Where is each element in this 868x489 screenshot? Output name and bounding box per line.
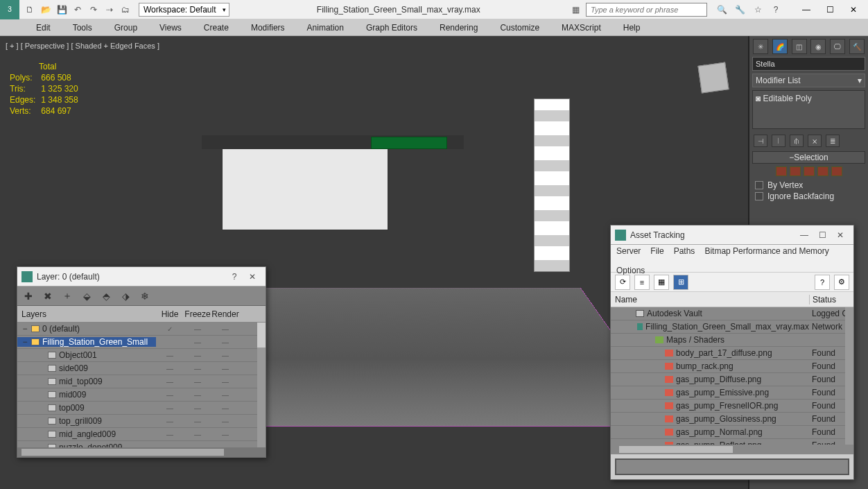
layer-close-button[interactable]: ✕	[243, 269, 261, 284]
asset-row[interactable]: gas_pump_Normal.pngFound	[611, 426, 853, 439]
configure-icon[interactable]: ≣	[826, 135, 840, 147]
redo-icon[interactable]: ↷	[86, 2, 101, 17]
refresh-icon[interactable]: ⟳	[615, 275, 630, 290]
layer-row[interactable]: −0 (default)✓——	[17, 323, 266, 336]
create-tab-icon[interactable]: ✳	[753, 39, 768, 54]
select-highlight-icon[interactable]: ⬙	[80, 289, 94, 303]
layer-dialog-titlebar[interactable]: Layer: 0 (default) ? ✕	[17, 267, 266, 286]
col-status[interactable]: Status	[809, 295, 853, 304]
remove-mod-icon[interactable]: ⨯	[808, 135, 822, 147]
layer-row[interactable]: mid_angled009———	[17, 428, 266, 441]
thumb-view-icon[interactable]: ▦	[654, 275, 669, 290]
col-freeze[interactable]: Freeze	[184, 309, 211, 319]
asset-list[interactable]: Autodesk VaultLogged OFilling_Station_Gr…	[611, 307, 853, 445]
layer-row[interactable]: −Filling_Station_Green_Small——	[17, 336, 266, 349]
hide-layer-icon[interactable]: ⬗	[119, 289, 132, 303]
link-icon[interactable]: ⇢	[102, 2, 117, 17]
maximize-button[interactable]: ☐	[818, 1, 842, 19]
asset-row[interactable]: Filling_Station_Green_Small_max_vray.max…	[611, 320, 853, 334]
save-icon[interactable]: 💾	[54, 2, 69, 17]
key-icon[interactable]: 🔧	[732, 2, 747, 17]
menu-edit[interactable]: Edit	[25, 19, 62, 36]
menu-tools[interactable]: Tools	[62, 19, 103, 36]
asset-scrollbar[interactable]	[845, 307, 853, 445]
display-tab-icon[interactable]: 🖵	[830, 39, 845, 54]
asset-menu-paths[interactable]: Paths	[674, 246, 695, 256]
asset-row[interactable]: Autodesk VaultLogged O	[611, 307, 853, 320]
layer-row[interactable]: mid_top009———	[17, 375, 266, 388]
delete-layer-icon[interactable]: ✖	[41, 289, 55, 303]
star-icon[interactable]: ☆	[750, 2, 765, 17]
menu-animation[interactable]: Animation	[296, 19, 355, 36]
close-button[interactable]: ✕	[842, 1, 865, 19]
menu-rendering[interactable]: Rendering	[428, 19, 489, 36]
asset-maximize-button[interactable]: ☐	[813, 228, 831, 243]
menu-graph-editors[interactable]: Graph Editors	[355, 19, 428, 36]
asset-row[interactable]: gas_pump_Reflect.pngFound	[611, 439, 853, 445]
workspace-dropdown[interactable]: Workspace: Default	[139, 3, 229, 17]
col-render[interactable]: Render	[211, 309, 239, 319]
asset-row[interactable]: gas_pump_Glossiness.pngFound	[611, 413, 853, 426]
asset-minimize-button[interactable]: —	[795, 228, 813, 243]
layer-row[interactable]: nuzzle_depot009———	[17, 441, 266, 447]
asset-status-bar[interactable]	[615, 458, 849, 475]
ignore-backfacing-checkbox[interactable]: Ignore Backfacing	[752, 191, 865, 201]
layer-help-button[interactable]: ?	[225, 269, 243, 284]
asset-close-button[interactable]: ✕	[831, 228, 849, 243]
edge-subobj-icon[interactable]	[790, 166, 801, 176]
search-input[interactable]: Type a keyword or phrase	[586, 3, 707, 17]
viewport-label[interactable]: [ + ] [ Perspective ] [ Shaded + Edged F…	[6, 42, 159, 50]
col-hide[interactable]: Hide	[156, 309, 184, 319]
col-name[interactable]: Name	[611, 295, 809, 304]
menu-create[interactable]: Create	[193, 19, 240, 36]
menu-help[interactable]: Help	[612, 19, 652, 36]
pin-stack-icon[interactable]: ⊣	[754, 135, 767, 147]
asset-row[interactable]: body_part_17_diffuse.pngFound	[611, 347, 853, 360]
asset-dialog-titlebar[interactable]: Asset Tracking — ☐ ✕	[611, 225, 853, 245]
search-go-icon[interactable]: 🔍	[714, 2, 729, 17]
asset-menu-file[interactable]: File	[650, 246, 663, 256]
utilities-tab-icon[interactable]: 🔨	[849, 39, 865, 54]
new-icon[interactable]: 🗋	[22, 2, 37, 17]
project-icon[interactable]: 🗂	[118, 2, 133, 17]
hierarchy-tab-icon[interactable]: ◫	[792, 39, 807, 54]
asset-row[interactable]: gas_pump_FresnelIOR.pngFound	[611, 400, 853, 413]
asset-menu-server[interactable]: Server	[616, 246, 641, 256]
polygon-subobj-icon[interactable]	[817, 166, 828, 176]
layer-scrollbar[interactable]	[257, 323, 266, 447]
show-end-icon[interactable]: ︱	[772, 135, 785, 147]
undo-icon[interactable]: ↶	[70, 2, 85, 17]
layer-row[interactable]: Object001———	[17, 349, 266, 362]
select-child-icon[interactable]: ⬘	[99, 289, 113, 303]
unique-icon[interactable]: ⫛	[790, 135, 804, 147]
asset-menu-bitmap-performance-and-memory[interactable]: Bitmap Performance and Memory	[704, 246, 828, 256]
element-subobj-icon[interactable]	[831, 166, 842, 176]
asset-hscrollbar[interactable]	[611, 445, 853, 454]
modify-tab-icon[interactable]: 🌈	[772, 39, 788, 54]
layer-row[interactable]: side009———	[17, 362, 266, 375]
app-icon[interactable]: 3	[0, 0, 19, 19]
asset-row[interactable]: bump_rack.pngFound	[611, 360, 853, 373]
layer-list[interactable]: −0 (default)✓——−Filling_Station_Green_Sm…	[17, 323, 266, 447]
asset-row[interactable]: Maps / Shaders	[611, 334, 853, 347]
selection-rollout-header[interactable]: − Selection	[752, 151, 865, 164]
menu-maxscript[interactable]: MAXScript	[550, 19, 612, 36]
by-vertex-checkbox[interactable]: By Vertex	[752, 180, 865, 190]
layer-row[interactable]: top_grill009———	[17, 415, 266, 428]
menu-views[interactable]: Views	[148, 19, 193, 36]
menu-group[interactable]: Group	[103, 19, 148, 36]
list-view-icon[interactable]: ≡	[634, 275, 650, 290]
object-name-field[interactable]: Stella	[752, 57, 865, 71]
border-subobj-icon[interactable]	[804, 166, 815, 176]
asset-row[interactable]: gas_pump_Emissive.pngFound	[611, 386, 853, 400]
help-icon[interactable]: ?	[768, 2, 783, 17]
asset-help-icon[interactable]: ?	[815, 275, 830, 290]
tree-view-icon[interactable]: ⊞	[673, 275, 688, 290]
open-icon[interactable]: 📂	[38, 2, 53, 17]
modifier-list-dropdown[interactable]: Modifier List▾	[752, 74, 865, 87]
viewcube[interactable]	[697, 62, 729, 93]
menu-modifiers[interactable]: Modifiers	[240, 19, 296, 36]
new-layer-icon[interactable]: ✚	[21, 289, 35, 303]
layer-hscrollbar[interactable]	[17, 447, 266, 457]
add-icon[interactable]: ＋	[60, 289, 74, 303]
